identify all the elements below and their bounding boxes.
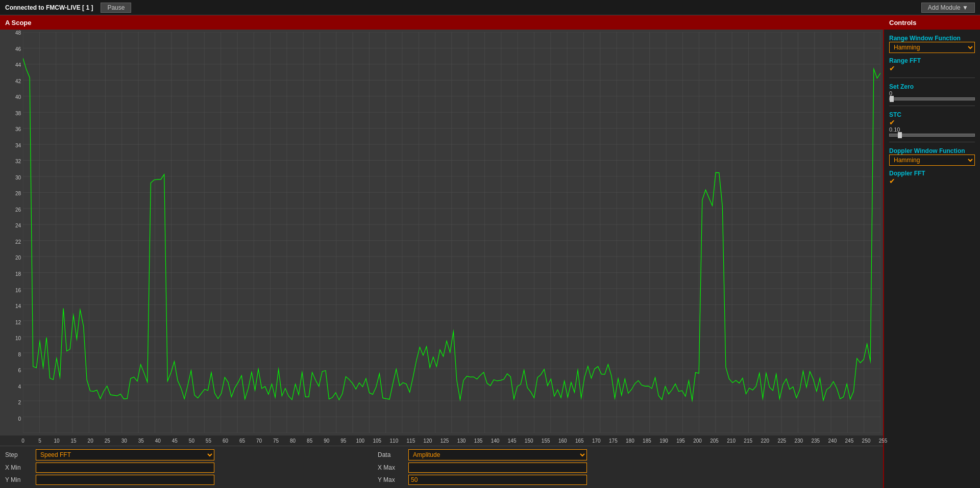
- doppler-fft-section: Doppler FFT ✔: [889, 170, 975, 185]
- set-zero-label: Set Zero: [889, 83, 975, 90]
- doppler-fft-check[interactable]: ✔: [889, 177, 895, 185]
- bottom-row-1: Step Speed FFT Data Amplitude: [5, 449, 878, 460]
- x-axis-label: 210: [727, 438, 736, 444]
- y-axis-label: 2: [18, 400, 21, 405]
- y-axis-label: 46: [15, 47, 21, 52]
- bottom-row-3: Y Min Y Max: [5, 475, 878, 485]
- x-axis-label: 65: [239, 438, 245, 444]
- y-axis-label: 22: [15, 240, 21, 245]
- scope-title: A Scope: [0, 15, 883, 30]
- data-select[interactable]: Amplitude: [408, 449, 587, 460]
- x-axis-label: 80: [290, 438, 296, 444]
- x-axis-label: 155: [542, 438, 550, 444]
- controls-title: Controls: [884, 15, 980, 30]
- xmin-input[interactable]: [36, 463, 214, 473]
- y-axis-label: 34: [15, 143, 21, 148]
- x-axis-label: 240: [828, 438, 837, 444]
- chart-container: 4846444240383634323028262422201816141210…: [0, 30, 883, 435]
- doppler-window-section: Doppler Window Function Hamming Hanning …: [889, 147, 975, 166]
- y-axis-label: 28: [15, 191, 21, 196]
- divider-1: [889, 78, 975, 78]
- y-axis-label: 30: [15, 175, 21, 181]
- x-axis-label: 100: [356, 438, 364, 444]
- x-axis-label: 185: [643, 438, 651, 444]
- top-bar-left: Connected to FMCW-LIVE [ 1 ] Pause: [5, 3, 911, 13]
- set-zero-section: Set Zero 0: [889, 83, 975, 100]
- range-fft-check[interactable]: ✔: [889, 64, 895, 72]
- y-axis-label: 10: [15, 336, 21, 341]
- range-fft-section: Range FFT ✔: [889, 57, 975, 72]
- ymax-input[interactable]: [408, 475, 587, 485]
- y-axis-label: 12: [15, 320, 21, 325]
- divider-2: [889, 106, 975, 106]
- top-bar-right: Add Module ▼: [921, 3, 975, 13]
- x-axis-label: 85: [307, 438, 312, 444]
- step-label: Step: [5, 451, 26, 458]
- x-axis-label: 20: [88, 438, 93, 444]
- y-axis-label: 16: [15, 288, 21, 293]
- y-axis-label: 40: [15, 95, 21, 100]
- x-axis-label: 190: [659, 438, 668, 444]
- range-window-select[interactable]: Hamming Hanning Blackman None: [889, 42, 975, 53]
- scope-canvas: [23, 32, 880, 433]
- x-axis-label: 115: [407, 438, 415, 444]
- x-axis-label: 95: [340, 438, 346, 444]
- x-axis-label: 30: [121, 438, 127, 444]
- y-axis-label: 0: [18, 417, 21, 422]
- doppler-window-select[interactable]: Hamming Hanning Blackman None: [889, 155, 975, 166]
- x-axis-label: 145: [508, 438, 517, 444]
- stc-label: STC: [889, 111, 975, 118]
- x-axis-label: 235: [811, 438, 820, 444]
- doppler-window-label: Doppler Window Function: [889, 147, 975, 155]
- x-axis-label: 175: [609, 438, 618, 444]
- x-axis-label: 60: [223, 438, 228, 444]
- x-axis: 0510152025303540455055606570758085909510…: [23, 435, 883, 446]
- xmax-label: X Max: [378, 464, 398, 471]
- x-axis-label: 245: [845, 438, 854, 444]
- stc-slider[interactable]: [889, 134, 975, 137]
- y-axis-label: 32: [15, 159, 21, 164]
- controls-body: Range Window Function Hamming Hanning Bl…: [884, 30, 980, 190]
- y-axis-label: 18: [15, 272, 21, 277]
- top-bar: Connected to FMCW-LIVE [ 1 ] Pause Add M…: [0, 0, 980, 15]
- y-axis-label: 48: [15, 31, 21, 36]
- stc-check[interactable]: ✔: [889, 118, 895, 126]
- x-axis-label: 55: [206, 438, 211, 444]
- x-axis-label: 205: [710, 438, 719, 444]
- y-axis-label: 42: [15, 79, 21, 84]
- ymin-input[interactable]: [36, 475, 214, 485]
- chart-inner: [23, 32, 880, 433]
- x-axis-label: 5: [38, 438, 41, 444]
- main-container: A Scope 48464442403836343230282624222018…: [0, 15, 980, 488]
- x-axis-label: 250: [862, 438, 871, 444]
- scope-panel: A Scope 48464442403836343230282624222018…: [0, 15, 883, 488]
- ymin-label: Y Min: [5, 476, 26, 483]
- x-axis-label: 110: [390, 438, 399, 444]
- x-axis-label: 120: [424, 438, 432, 444]
- stc-section: STC ✔ 0.10: [889, 111, 975, 137]
- bottom-controls: Step Speed FFT Data Amplitude X Min X Ma…: [0, 446, 883, 488]
- xmax-input[interactable]: [408, 463, 587, 473]
- x-axis-label: 150: [525, 438, 533, 444]
- y-axis-label: 36: [15, 127, 21, 132]
- step-select[interactable]: Speed FFT: [36, 449, 214, 460]
- x-axis-label: 125: [440, 438, 449, 444]
- x-axis-label: 180: [626, 438, 634, 444]
- x-axis-label: 220: [761, 438, 769, 444]
- add-module-button[interactable]: Add Module ▼: [921, 3, 975, 13]
- x-axis-label: 225: [777, 438, 786, 444]
- x-axis-label: 75: [273, 438, 279, 444]
- y-axis-label: 20: [15, 255, 21, 261]
- x-axis-label: 45: [172, 438, 178, 444]
- set-zero-slider[interactable]: [889, 97, 975, 100]
- x-axis-label: 170: [592, 438, 601, 444]
- y-axis-label: 38: [15, 111, 21, 116]
- x-axis-label: 50: [189, 438, 194, 444]
- x-axis-label: 15: [71, 438, 77, 444]
- y-axis: 4846444240383634323028262422201816141210…: [0, 30, 23, 423]
- x-axis-label: 215: [744, 438, 752, 444]
- range-window-label: Range Window Function: [889, 35, 975, 42]
- doppler-fft-label: Doppler FFT: [889, 170, 975, 177]
- pause-button[interactable]: Pause: [101, 3, 131, 13]
- y-axis-label: 4: [18, 384, 21, 390]
